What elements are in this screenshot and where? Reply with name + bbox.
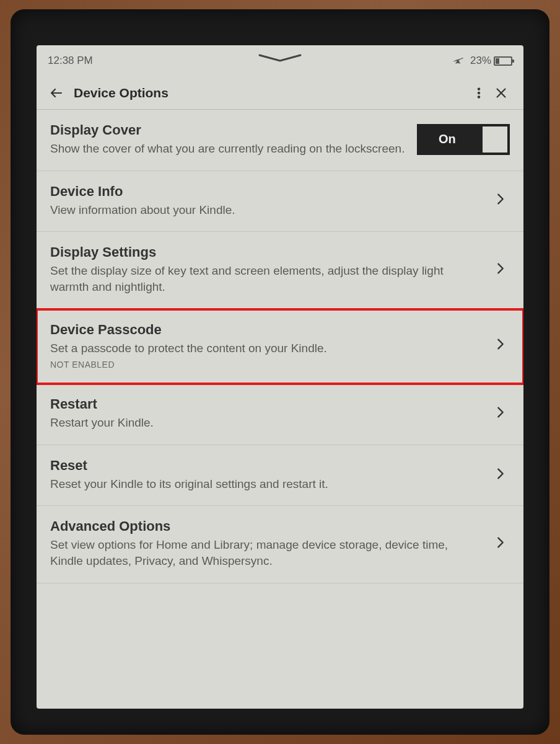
toggle-label: On (439, 132, 456, 146)
chevron-right-icon (494, 467, 510, 483)
row-device-passcode[interactable]: Device Passcode Set a passcode to protec… (37, 309, 523, 384)
screen: 12:38 PM 23% Device Options (37, 45, 523, 709)
chevron-right-icon (494, 262, 510, 278)
row-desc: Reset your Kindle to its original settin… (50, 476, 484, 492)
row-desc: Set view options for Home and Library; m… (50, 537, 484, 569)
row-desc: Restart your Kindle. (50, 415, 484, 431)
row-display-settings[interactable]: Display Settings Set the display size of… (37, 232, 523, 309)
pull-handle-icon[interactable] (258, 54, 302, 63)
toggle-knob (483, 126, 507, 153)
chevron-right-icon (494, 536, 510, 552)
airplane-mode-icon (453, 54, 464, 68)
svg-point-1 (478, 92, 480, 94)
clock: 12:38 PM (48, 55, 93, 67)
display-cover-toggle[interactable]: On (417, 124, 510, 155)
svg-point-0 (478, 87, 480, 90)
device-case: 12:38 PM 23% Device Options (11, 9, 549, 735)
chevron-right-icon (494, 337, 510, 353)
row-advanced-options[interactable]: Advanced Options Set view options for Ho… (37, 506, 523, 583)
row-status: NOT ENABLED (50, 360, 484, 370)
row-desc: Set the display size of key text and scr… (50, 263, 484, 294)
row-title: Device Passcode (50, 322, 484, 338)
more-menu-button[interactable] (468, 82, 490, 104)
status-bar: 12:38 PM 23% (37, 45, 523, 76)
row-title: Device Info (50, 184, 484, 200)
row-restart[interactable]: Restart Restart your Kindle. (37, 384, 523, 445)
battery-icon (494, 56, 512, 66)
row-desc: Show the cover of what you are currently… (50, 141, 407, 157)
svg-point-2 (478, 95, 480, 98)
battery-indicator: 23% (470, 55, 512, 67)
row-title: Advanced Options (50, 518, 484, 534)
row-title: Restart (50, 396, 484, 412)
settings-list: Display Cover Show the cover of what you… (37, 110, 523, 583)
back-button[interactable] (48, 86, 65, 100)
row-title: Display Cover (50, 122, 407, 138)
page-header: Device Options (37, 76, 523, 110)
row-title: Display Settings (50, 244, 484, 260)
page-title: Device Options (74, 86, 468, 100)
row-title: Reset (50, 458, 484, 474)
close-button[interactable] (490, 82, 512, 104)
chevron-right-icon (494, 405, 510, 422)
row-desc: Set a passcode to protect the content on… (50, 340, 484, 356)
chevron-right-icon (494, 192, 510, 208)
row-display-cover[interactable]: Display Cover Show the cover of what you… (37, 110, 523, 171)
row-desc: View information about your Kindle. (50, 202, 484, 218)
row-device-info[interactable]: Device Info View information about your … (37, 171, 523, 232)
battery-percent: 23% (470, 55, 491, 67)
row-reset[interactable]: Reset Reset your Kindle to its original … (37, 445, 523, 507)
